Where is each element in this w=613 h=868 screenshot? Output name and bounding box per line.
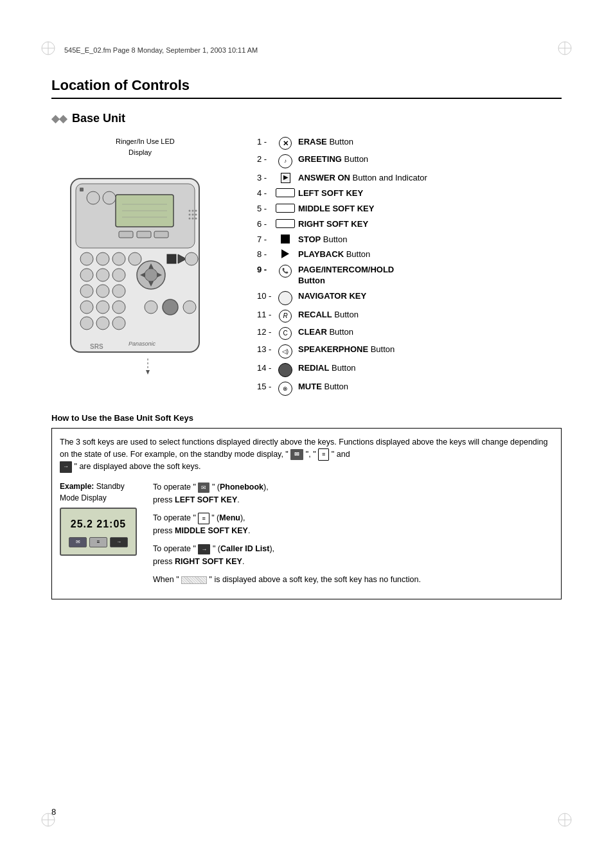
ctrl-num-1: 1 -	[257, 137, 275, 148]
svg-point-36	[112, 285, 125, 297]
page-title: Location of Controls	[51, 77, 562, 99]
svg-point-54	[189, 210, 191, 212]
svg-point-60	[189, 218, 191, 220]
display-example: Example: Standby Mode Display 25.2 21:05…	[60, 481, 143, 556]
phone-diagram: Panasonic SRS	[51, 159, 235, 378]
ctrl-label-9: PAGE/INTERCOM/HOLDButton	[298, 265, 394, 287]
svg-point-31	[80, 269, 93, 281]
middle-soft-icon	[276, 204, 295, 213]
recall-icon: R	[279, 310, 292, 323]
svg-rect-48	[80, 188, 84, 191]
svg-point-29	[112, 252, 125, 265]
ctrl-num-14: 14 -	[257, 363, 275, 374]
svg-point-30	[129, 252, 141, 265]
display-example-label: Example: Standby Mode Display	[60, 481, 143, 504]
ctrl-label-3: ANSWER ON Button and Indicator	[298, 173, 427, 184]
ctrl-num-13: 13 -	[257, 344, 275, 355]
lcd-key-1-icon: ✉	[76, 538, 80, 546]
ctrl-icon-3: ▶	[275, 173, 296, 183]
inline-arrow-icon: →	[60, 461, 72, 473]
svg-point-46	[87, 191, 100, 204]
erase-icon: ✕	[279, 137, 292, 150]
ctrl-icon-8	[275, 249, 296, 258]
clear-icon: C	[279, 327, 292, 340]
ctrl-icon-7	[275, 235, 296, 244]
svg-point-41	[96, 317, 109, 330]
svg-rect-20	[154, 231, 168, 238]
svg-point-55	[192, 210, 194, 212]
ctrl-label-5: MIDDLE SOFT KEY	[298, 204, 374, 215]
svg-text:Panasonic: Panasonic	[129, 341, 156, 347]
desc-sep2: " and	[332, 450, 350, 459]
control-item-1: 1 - ✕ ERASE Button	[257, 137, 562, 150]
ctrl-label-15: MUTE Button	[298, 382, 348, 393]
ctrl-num-6: 6 -	[257, 219, 275, 230]
page-wrapper: 545E_E_02.fm Page 8 Monday, September 1,…	[0, 0, 613, 868]
controls-list: 1 - ✕ ERASE Button 2 - ♪ GREETING Button	[257, 137, 562, 396]
instructions-col: To operate " ✉ " (Phonebook),press LEFT …	[153, 481, 553, 591]
ctrl-icon-1: ✕	[275, 137, 296, 150]
how-to-title: How to Use the Base Unit Soft Keys	[51, 413, 562, 423]
info-box-description: The 3 soft keys are used to select funct…	[60, 436, 553, 473]
lcd-key-2-icon: ≡	[97, 538, 100, 546]
info-box: The 3 soft keys are used to select funct…	[51, 428, 562, 599]
ringer-label: Ringer/In Use LED	[116, 137, 175, 146]
ctrl-label-7: STOP Button	[298, 235, 347, 245]
ctrl-icon-6	[275, 219, 296, 228]
ctrl-num-5: 5 -	[257, 204, 275, 215]
section-header: ◆◆ Base Unit	[51, 112, 562, 125]
corner-mark-tr	[555, 39, 574, 58]
info-inner: Example: Standby Mode Display 25.2 21:05…	[60, 481, 553, 591]
ctrl-label-2: GREETING Button	[298, 154, 368, 165]
control-item-4: 4 - LEFT SOFT KEY	[257, 188, 562, 199]
svg-point-27	[80, 252, 93, 265]
svg-point-37	[80, 301, 93, 314]
svg-rect-18	[119, 231, 133, 238]
svg-point-59	[195, 214, 197, 216]
ctrl-icon-12: C	[275, 327, 296, 340]
instr-menu-icon: ≡	[198, 513, 209, 524]
svg-point-40	[80, 317, 93, 330]
ctrl-icon-9: 📞	[275, 265, 296, 278]
svg-point-38	[96, 301, 109, 314]
ctrl-label-14: REDIAL Button	[298, 363, 356, 374]
svg-point-28	[96, 252, 109, 265]
svg-marker-64	[146, 370, 150, 375]
svg-point-58	[192, 214, 194, 216]
ctrl-num-3: 3 -	[257, 173, 275, 184]
mute-icon: ⊗	[278, 382, 292, 396]
svg-text:SRS: SRS	[90, 343, 103, 350]
svg-point-45	[185, 252, 198, 265]
svg-point-39	[112, 301, 125, 314]
ctrl-num-12: 12 -	[257, 327, 275, 338]
ctrl-icon-13: ◁)	[275, 344, 296, 359]
two-col-layout: Ringer/In Use LED Display	[51, 137, 562, 400]
svg-point-57	[189, 214, 191, 216]
inline-phonebook-icon: ✉	[290, 449, 303, 461]
page-icon: 📞	[279, 265, 292, 278]
control-item-9: 9 - 📞 PAGE/INTERCOM/HOLDButton	[257, 265, 562, 287]
svg-rect-43	[167, 254, 176, 263]
svg-point-51	[183, 301, 196, 314]
lcd-key-3-icon: →	[116, 538, 121, 546]
ctrl-label-8: PLAYBACK Button	[298, 249, 370, 260]
answer-on-icon: ▶	[281, 173, 290, 183]
control-item-8: 8 - PLAYBACK Button	[257, 249, 562, 260]
lcd-time-display: 25.2 21:05	[71, 517, 127, 532]
control-item-11: 11 - R RECALL Button	[257, 310, 562, 323]
display-label: Display	[129, 148, 152, 156]
lcd-key-1: ✉	[69, 537, 87, 547]
lcd-key-3: →	[110, 537, 128, 547]
play-icon	[281, 249, 289, 258]
ctrl-label-10: NAVIGATOR KEY	[298, 291, 366, 302]
ctrl-icon-11: R	[275, 310, 296, 323]
ctrl-label-1: ERASE Button	[298, 137, 353, 148]
corner-mark-br	[555, 810, 574, 829]
control-item-15: 15 - ⊗ MUTE Button	[257, 382, 562, 396]
ctrl-num-2: 2 -	[257, 154, 275, 165]
control-item-2: 2 - ♪ GREETING Button	[257, 154, 562, 168]
svg-point-22	[145, 269, 157, 281]
instr-phonebook-icon: ✉	[198, 483, 209, 493]
main-content: Location of Controls ◆◆ Base Unit Ringer…	[51, 77, 562, 599]
ctrl-label-6: RIGHT SOFT KEY	[298, 219, 368, 230]
